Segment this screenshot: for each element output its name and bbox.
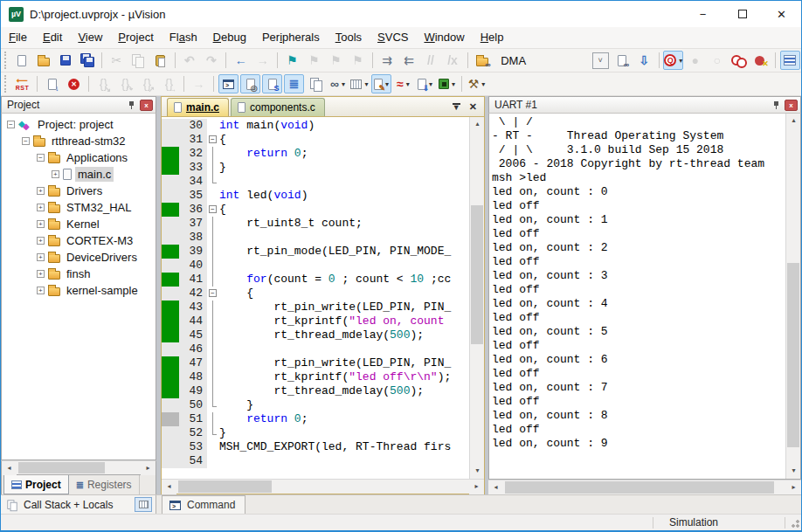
uart-vscrollbar[interactable]: ▴ ▾ [785,114,800,479]
tree-item-finsh[interactable]: +finsh [2,266,156,282]
step-button[interactable]: {}↘ [93,74,114,93]
disassembly-window-button[interactable]: ◎ [240,74,260,93]
menu-help[interactable]: Help [473,27,512,48]
new-file-button[interactable] [11,51,31,70]
tree-item-label[interactable]: Drivers [64,183,105,198]
tree-item-label[interactable]: Applications [64,150,130,165]
fold-margin[interactable] [207,231,219,245]
scroll-left-icon[interactable]: ◂ [488,480,503,494]
fold-margin[interactable] [207,412,219,426]
fold-margin[interactable] [207,245,219,259]
code-text[interactable]: rt_kprintf("led on, count [219,314,469,328]
configure-target-button[interactable] [780,51,800,70]
find-combo-value[interactable]: DMA [495,54,591,67]
uart-window-button[interactable]: ✎▾ [371,74,391,93]
fold-margin[interactable]: − [207,133,219,147]
code-text[interactable]: rt_pin_mode(LED_PIN, PIN_MODE_ [219,245,469,259]
tree-expander[interactable]: − [22,137,30,145]
code-text[interactable] [219,175,469,189]
tree-item-label[interactable]: main.c [75,167,114,182]
fold-margin[interactable] [207,119,219,133]
uart-panel-close-icon[interactable]: x [785,100,798,111]
tree-expander[interactable]: + [37,204,45,211]
fold-margin[interactable] [207,342,219,356]
toggle-breakpoint-button[interactable]: ● [685,51,705,70]
tree-item-project-project[interactable]: −◆◆Project: project [2,116,156,133]
tree-expander[interactable]: + [37,270,45,278]
tree-item-label[interactable]: STM32_HAL [64,200,134,215]
tree-item-label[interactable]: kernel-sample [64,283,141,298]
menu-peripherals[interactable]: Peripherals [254,27,328,48]
previous-bookmark-button[interactable]: ⚑ [326,51,346,70]
toolbar-grip[interactable] [4,52,8,69]
peripheral-dialog-button[interactable]: ▾ [437,74,457,93]
code-text[interactable]: { [219,287,469,301]
uart-hscrollbar[interactable]: ◂ ▸ [488,480,801,494]
fold-margin[interactable] [207,454,219,468]
fold-margin[interactable] [207,370,219,384]
tree-expander[interactable]: + [37,253,45,261]
code-text[interactable]: return 0; [219,147,469,161]
run-to-line-button[interactable]: {}→ [159,74,179,93]
code-area[interactable]: 30int main(void)31−{32 return 0;33}3435i… [162,117,469,479]
save-button[interactable] [55,51,75,70]
tree-expander[interactable]: + [37,220,45,228]
comment-button[interactable]: // [421,51,441,70]
code-text[interactable]: rt_uint8_t count; [219,217,469,231]
unindent-button[interactable]: ⇇ [399,51,419,70]
code-text[interactable]: for(count = 0 ; count < 10 ;cc [219,273,469,287]
code-text[interactable]: } [219,398,469,412]
find-button[interactable]: ∞ [612,51,633,70]
uart-output[interactable]: \ | /- RT - Thread Operating System / | … [489,114,785,479]
minimize-button[interactable]: − [683,2,722,27]
serial-windows-button[interactable]: ≣ [284,74,304,93]
fold-margin[interactable] [207,175,219,189]
quick-find-button[interactable]: Q▾ [663,51,683,70]
scroll-right-icon[interactable]: ▸ [141,461,156,476]
tree-item-cortex-m3[interactable]: +CORTEX-M3 [2,232,156,249]
fold-margin[interactable] [207,426,219,440]
maximize-button[interactable] [722,2,762,27]
editor-tab-main-c[interactable]: main.c [167,98,229,116]
fold-margin[interactable] [207,384,219,398]
redo-button[interactable]: ↷ [201,51,221,70]
menu-window[interactable]: Window [416,27,472,48]
save-all-button[interactable] [77,51,97,70]
panel-tab-registers[interactable]: ≣Registers [69,475,140,494]
copy-button[interactable] [128,51,149,70]
command-window-button[interactable] [218,74,239,93]
symbol-window-button[interactable]: S [262,74,282,93]
project-panel-close-icon[interactable]: x [140,100,153,111]
stop-debug-button[interactable]: ✕ [64,74,84,93]
open-file-button[interactable] [33,51,53,70]
run-button[interactable]: → [189,74,209,93]
code-text[interactable]: { [219,133,469,147]
chevron-down-icon[interactable]: ˅ [592,52,609,69]
cut-button[interactable]: ✂ [107,51,127,70]
tree-item-label[interactable]: Kernel [64,217,102,231]
tree-item-stm32-hal[interactable]: +STM32_HAL [2,199,156,216]
scroll-right-icon[interactable]: ▸ [469,480,484,494]
tools-menu-button[interactable]: ⚒▾ [467,74,487,93]
tree-item-main-c[interactable]: +main.c [2,166,156,183]
logic-analyzer-button[interactable]: ≈▾ [393,74,413,93]
fold-margin[interactable] [207,147,219,161]
navigate-back-button[interactable]: ← [231,51,251,70]
watch-windows-button[interactable]: ∞▾ [328,74,348,93]
scroll-down-icon[interactable]: ▾ [470,464,484,479]
code-text[interactable]: } [219,161,469,175]
tree-item-label[interactable]: CORTEX-M3 [64,233,135,248]
system-viewer-button[interactable]: ⇓▾ [415,74,435,93]
fold-margin[interactable]: − [207,203,219,217]
menu-view[interactable]: View [70,27,110,48]
callstack-tab[interactable]: Call Stack + Locals [1,495,156,514]
menu-svcs[interactable]: SVCS [370,27,416,48]
window-list-icon[interactable]: ▼ [453,103,460,111]
analysis-windows-button[interactable] [306,74,326,93]
fold-margin[interactable] [207,314,219,328]
scroll-left-icon[interactable]: ◂ [2,461,17,476]
tree-expander[interactable]: + [37,187,45,195]
code-text[interactable] [219,259,469,273]
tree-item-kernel[interactable]: +Kernel [2,216,156,232]
tree-item-devicedrivers[interactable]: +DeviceDrivers [2,249,156,266]
